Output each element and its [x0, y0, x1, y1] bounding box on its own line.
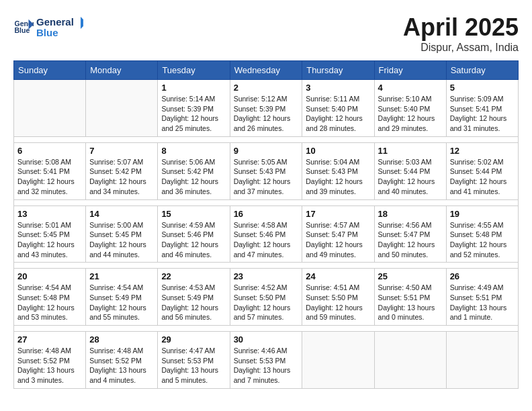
calendar-cell	[302, 332, 374, 389]
day-number: 4	[378, 83, 443, 93]
calendar-cell: 12Sunrise: 5:02 AM Sunset: 5:44 PM Dayli…	[446, 142, 518, 199]
svg-text:General: General	[36, 16, 74, 28]
calendar-cell: 30Sunrise: 4:46 AM Sunset: 5:53 PM Dayli…	[230, 332, 302, 389]
day-number: 27	[17, 334, 82, 345]
week-separator	[14, 326, 519, 332]
day-number: 2	[234, 83, 299, 93]
calendar-cell: 8Sunrise: 5:06 AM Sunset: 5:42 PM Daylig…	[158, 142, 230, 199]
calendar-cell: 7Sunrise: 5:07 AM Sunset: 5:42 PM Daylig…	[86, 142, 158, 199]
header-sunday: Sunday	[14, 61, 86, 80]
day-info: Sunrise: 5:01 AM Sunset: 5:45 PM Dayligh…	[17, 220, 82, 260]
day-number: 9	[234, 146, 299, 156]
day-info: Sunrise: 4:49 AM Sunset: 5:51 PM Dayligh…	[450, 283, 515, 322]
day-info: Sunrise: 4:54 AM Sunset: 5:48 PM Dayligh…	[17, 283, 82, 322]
day-number: 26	[450, 271, 515, 281]
day-number: 21	[89, 271, 154, 281]
day-number: 25	[378, 271, 443, 281]
header-wednesday: Wednesday	[230, 61, 302, 80]
calendar-cell: 13Sunrise: 5:01 AM Sunset: 5:45 PM Dayli…	[14, 205, 86, 263]
calendar-cell: 9Sunrise: 5:05 AM Sunset: 5:43 PM Daylig…	[230, 142, 302, 199]
day-number: 29	[161, 334, 226, 345]
calendar-cell: 1Sunrise: 5:14 AM Sunset: 5:39 PM Daylig…	[158, 80, 230, 137]
calendar-cell: 4Sunrise: 5:10 AM Sunset: 5:40 PM Daylig…	[374, 80, 446, 137]
header-tuesday: Tuesday	[158, 61, 230, 80]
header-monday: Monday	[86, 61, 158, 80]
day-number: 24	[306, 271, 370, 281]
calendar-cell: 17Sunrise: 4:57 AM Sunset: 5:47 PM Dayli…	[302, 205, 374, 263]
location: Dispur, Assam, India	[403, 42, 519, 54]
day-info: Sunrise: 5:06 AM Sunset: 5:42 PM Dayligh…	[161, 157, 226, 197]
day-number: 17	[306, 209, 370, 219]
logo-icon: General Blue	[13, 17, 34, 37]
day-number: 8	[161, 146, 226, 156]
day-number: 23	[234, 271, 299, 281]
day-number: 18	[378, 209, 443, 219]
day-info: Sunrise: 5:02 AM Sunset: 5:44 PM Dayligh…	[450, 157, 515, 197]
day-info: Sunrise: 5:05 AM Sunset: 5:43 PM Dayligh…	[234, 157, 299, 197]
header-friday: Friday	[374, 61, 446, 80]
day-info: Sunrise: 4:53 AM Sunset: 5:49 PM Dayligh…	[161, 283, 226, 322]
day-info: Sunrise: 5:14 AM Sunset: 5:39 PM Dayligh…	[161, 94, 226, 134]
day-number: 3	[306, 83, 370, 93]
logo: General Blue General Blue	[13, 13, 83, 40]
week-row-1: 6Sunrise: 5:08 AM Sunset: 5:41 PM Daylig…	[14, 142, 519, 199]
calendar-cell: 2Sunrise: 5:12 AM Sunset: 5:39 PM Daylig…	[230, 80, 302, 137]
day-info: Sunrise: 4:57 AM Sunset: 5:47 PM Dayligh…	[306, 220, 370, 260]
svg-text:Blue: Blue	[36, 27, 58, 38]
day-number: 10	[306, 146, 370, 156]
day-number: 1	[161, 83, 226, 93]
week-row-4: 27Sunrise: 4:48 AM Sunset: 5:52 PM Dayli…	[14, 332, 519, 389]
calendar-table: Sunday Monday Tuesday Wednesday Thursday…	[13, 60, 519, 389]
calendar-cell: 15Sunrise: 4:59 AM Sunset: 5:46 PM Dayli…	[158, 205, 230, 263]
calendar-cell: 28Sunrise: 4:48 AM Sunset: 5:52 PM Dayli…	[86, 332, 158, 389]
week-row-0: 1Sunrise: 5:14 AM Sunset: 5:39 PM Daylig…	[14, 80, 519, 137]
day-info: Sunrise: 4:55 AM Sunset: 5:48 PM Dayligh…	[450, 220, 515, 260]
calendar-cell: 27Sunrise: 4:48 AM Sunset: 5:52 PM Dayli…	[14, 332, 86, 389]
logo-svg: General Blue	[36, 13, 83, 40]
day-info: Sunrise: 4:54 AM Sunset: 5:49 PM Dayligh…	[89, 283, 154, 322]
calendar-cell: 29Sunrise: 4:47 AM Sunset: 5:53 PM Dayli…	[158, 332, 230, 389]
day-number: 6	[17, 146, 82, 156]
day-number: 22	[161, 271, 226, 281]
day-info: Sunrise: 4:59 AM Sunset: 5:46 PM Dayligh…	[161, 220, 226, 260]
svg-text:Blue: Blue	[15, 26, 30, 34]
day-info: Sunrise: 4:48 AM Sunset: 5:52 PM Dayligh…	[17, 346, 82, 385]
day-info: Sunrise: 5:12 AM Sunset: 5:39 PM Dayligh…	[234, 94, 299, 134]
day-info: Sunrise: 5:03 AM Sunset: 5:44 PM Dayligh…	[378, 157, 443, 197]
calendar-cell: 22Sunrise: 4:53 AM Sunset: 5:49 PM Dayli…	[158, 269, 230, 326]
day-info: Sunrise: 5:09 AM Sunset: 5:41 PM Dayligh…	[450, 94, 515, 134]
day-info: Sunrise: 5:07 AM Sunset: 5:42 PM Dayligh…	[89, 157, 154, 197]
calendar-cell: 25Sunrise: 4:50 AM Sunset: 5:51 PM Dayli…	[374, 269, 446, 326]
day-number: 12	[450, 146, 515, 156]
calendar-cell: 26Sunrise: 4:49 AM Sunset: 5:51 PM Dayli…	[446, 269, 518, 326]
week-row-3: 20Sunrise: 4:54 AM Sunset: 5:48 PM Dayli…	[14, 269, 519, 326]
day-info: Sunrise: 5:10 AM Sunset: 5:40 PM Dayligh…	[378, 94, 443, 134]
day-number: 11	[378, 146, 443, 156]
page-header: General Blue General Blue April 2025 Dis…	[13, 13, 519, 54]
day-info: Sunrise: 4:52 AM Sunset: 5:50 PM Dayligh…	[234, 283, 299, 322]
calendar-cell: 14Sunrise: 5:00 AM Sunset: 5:45 PM Dayli…	[86, 205, 158, 263]
day-number: 20	[17, 271, 82, 281]
day-number: 5	[450, 83, 515, 93]
calendar-cell	[446, 332, 518, 389]
calendar-cell: 5Sunrise: 5:09 AM Sunset: 5:41 PM Daylig…	[446, 80, 518, 137]
week-separator	[14, 136, 519, 142]
day-info: Sunrise: 5:11 AM Sunset: 5:40 PM Dayligh…	[306, 94, 370, 134]
calendar-cell	[374, 332, 446, 389]
calendar-cell	[14, 80, 86, 137]
header-thursday: Thursday	[302, 61, 374, 80]
calendar-cell: 18Sunrise: 4:56 AM Sunset: 5:47 PM Dayli…	[374, 205, 446, 263]
day-number: 19	[450, 209, 515, 219]
month-title: April 2025	[403, 13, 519, 42]
calendar-cell: 11Sunrise: 5:03 AM Sunset: 5:44 PM Dayli…	[374, 142, 446, 199]
day-info: Sunrise: 4:50 AM Sunset: 5:51 PM Dayligh…	[378, 283, 443, 322]
day-number: 30	[234, 334, 299, 345]
day-info: Sunrise: 4:47 AM Sunset: 5:53 PM Dayligh…	[161, 346, 226, 385]
day-number: 28	[89, 334, 154, 345]
day-info: Sunrise: 5:04 AM Sunset: 5:43 PM Dayligh…	[306, 157, 370, 197]
day-info: Sunrise: 4:58 AM Sunset: 5:46 PM Dayligh…	[234, 220, 299, 260]
day-number: 15	[161, 209, 226, 219]
calendar-header-row: Sunday Monday Tuesday Wednesday Thursday…	[14, 61, 519, 80]
calendar-cell: 20Sunrise: 4:54 AM Sunset: 5:48 PM Dayli…	[14, 269, 86, 326]
calendar-cell: 21Sunrise: 4:54 AM Sunset: 5:49 PM Dayli…	[86, 269, 158, 326]
